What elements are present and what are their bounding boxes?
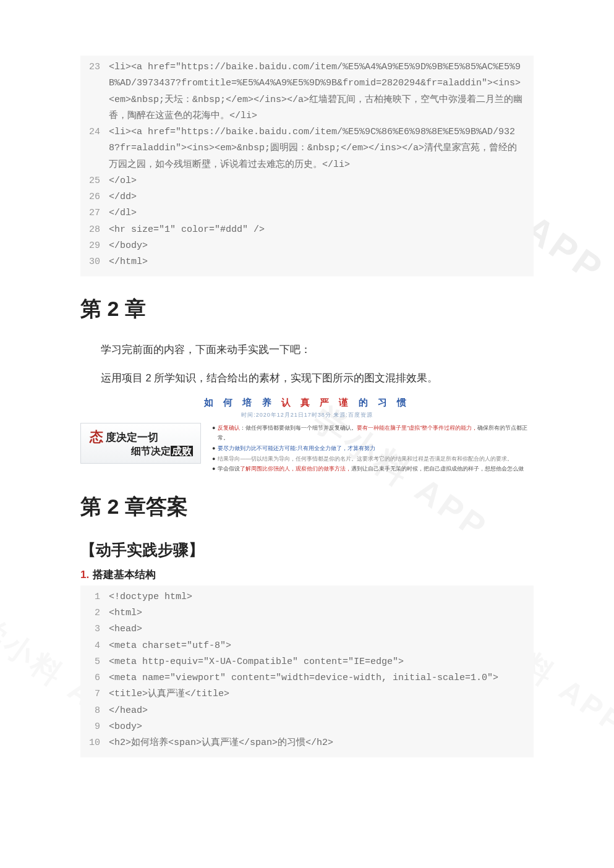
line-number: 7: [80, 686, 109, 702]
code-line: 3<head>: [80, 621, 534, 637]
code-text: <title>认真严谨</title>: [109, 686, 534, 702]
chapter-2-answer-title: 第 2 章答案: [80, 493, 534, 521]
code-line: 29</body>: [80, 238, 534, 254]
bullet-icon: ●: [212, 443, 215, 454]
section-steps-title: 【动手实践步骤】: [80, 540, 534, 560]
code-text: </html>: [109, 254, 534, 270]
mock-bullet: ●学会假设了解周围比你强的人，观察他们的做事方法，遇到让自己束手无策的时候，把自…: [212, 464, 534, 474]
mock-title: 如 何 培 养 认 真 严 谨 的 习 惯: [80, 397, 534, 409]
mock-bullet: ●反复确认：做任何事情都要做到每一个细节并反复确认。要有一种能在脑子里“虚拟”整…: [212, 423, 534, 443]
bullet-icon: ●: [212, 454, 215, 464]
line-number: 8: [80, 703, 109, 719]
line-number: 26: [80, 189, 109, 205]
code-text: <h2>如何培养<span>认真严谨</span>的习惯</h2>: [109, 735, 534, 751]
mock-title-c: 的 习 惯: [359, 397, 410, 407]
code-line: 26 </dd>: [80, 189, 534, 205]
code-block-top: 23 <li><a href="https://baike.baidu.com/…: [80, 56, 534, 276]
bullet-text: 要尽力做到力比不可能还方可能:只有用全全力做了，才算有努力: [218, 443, 375, 454]
line-number: 27: [80, 205, 109, 221]
code-line: 1<!doctype html>: [80, 589, 534, 605]
line-number: 28: [80, 222, 109, 238]
chapter-2-title: 第 2 章: [80, 295, 534, 323]
line-number: 25: [80, 173, 109, 189]
line-number: 30: [80, 254, 109, 270]
mock-title-a: 如 何 培 养: [204, 397, 275, 407]
code-text: </head>: [109, 703, 534, 719]
bullet-text: 反复确认：做任何事情都要做到每一个细节并反复确认。要有一种能在脑子里“虚拟”整个…: [218, 423, 534, 443]
bullet-text: 结果导向——切以结果为导向，任何事情都是你的名片。这要求考它的的结果和过程是否满…: [218, 454, 513, 464]
line-number: 9: [80, 719, 109, 735]
line-number: 6: [80, 670, 109, 686]
code-line: 28 <hr size="1" color="#ddd" />: [80, 222, 534, 238]
code-text: <li><a href="https://baike.baidu.com/ite…: [109, 124, 534, 173]
code-line: 6<meta name="viewport" content="width=de…: [80, 670, 534, 686]
code-line: 25 </ol>: [80, 173, 534, 189]
line-number: 23: [80, 59, 109, 124]
line-number: 1: [80, 589, 109, 605]
code-text: </ol>: [109, 173, 534, 189]
code-line: 30</html>: [80, 254, 534, 270]
code-line: 24 <li><a href="https://baike.baidu.com/…: [80, 124, 534, 173]
code-line: 10<h2>如何培养<span>认真严谨</span>的习惯</h2>: [80, 735, 534, 751]
mock-bullet-list: ●反复确认：做任何事情都要做到每一个细节并反复确认。要有一种能在脑子里“虚拟”整…: [212, 423, 534, 474]
line-number: 24: [80, 124, 109, 173]
code-line: 4<meta charset="utf-8">: [80, 638, 534, 654]
mock-bullet: ●结果导向——切以结果为导向，任何事情都是你的名片。这要求考它的的结果和过程是否…: [212, 454, 534, 464]
bullet-icon: ●: [212, 464, 215, 474]
attitude-icon: 态: [90, 428, 103, 446]
code-text: </dd>: [109, 189, 534, 205]
code-text: <head>: [109, 621, 534, 637]
mock-left-card: 态 度决定一切 细节决定成败: [80, 423, 201, 464]
mock-left-line2: 细节决定成败: [90, 445, 200, 458]
bullet-text: 学会假设了解周围比你强的人，观察他们的做事方法，遇到让自己束手无策的时候，把自己…: [218, 464, 524, 474]
code-line: 7<title>认真严谨</title>: [80, 686, 534, 702]
step-1-label: 搭建基本结构: [93, 569, 156, 581]
mock-subtitle: 时间:2020年12月21日17时38分 来源:百度资源: [80, 411, 534, 419]
line-number: 10: [80, 735, 109, 751]
code-text: </dl>: [109, 205, 534, 221]
code-text: <hr size="1" color="#ddd" />: [109, 222, 534, 238]
code-line: 9<body>: [80, 719, 534, 735]
mock-title-b: 认 真 严 谨: [281, 397, 352, 407]
code-line: 5<meta http-equiv="X-UA-Compatible" cont…: [80, 654, 534, 670]
step-1-number: 1.: [80, 569, 89, 581]
code-text: <meta name="viewport" content="width=dev…: [109, 670, 534, 686]
line-number: 2: [80, 605, 109, 621]
mock-figure: 如 何 培 养 认 真 严 谨 的 习 惯 时间:2020年12月21日17时3…: [80, 397, 534, 474]
code-text: <body>: [109, 719, 534, 735]
code-line: 27 </dl>: [80, 205, 534, 221]
code-text: <html>: [109, 605, 534, 621]
code-text: <!doctype html>: [109, 589, 534, 605]
code-line: 8</head>: [80, 703, 534, 719]
line-number: 5: [80, 654, 109, 670]
mock-bullet: ●要尽力做到力比不可能还方可能:只有用全全力做了，才算有努力: [212, 443, 534, 454]
line-number: 29: [80, 238, 109, 254]
code-text: <meta http-equiv="X-UA-Compatible" conte…: [109, 654, 534, 670]
step-1-heading: 1.搭建基本结构: [80, 568, 534, 582]
intro-line-1: 学习完前面的内容，下面来动手实践一下吧：: [80, 339, 534, 359]
code-block-bottom: 1<!doctype html>2<html>3<head>4<meta cha…: [80, 585, 534, 758]
code-line: 23 <li><a href="https://baike.baidu.com/…: [80, 59, 534, 124]
code-text: <li><a href="https://baike.baidu.com/ite…: [109, 59, 534, 124]
mock-left-line1: 态 度决定一切: [90, 428, 200, 446]
line-number: 3: [80, 621, 109, 637]
line-number: 4: [80, 638, 109, 654]
code-line: 2<html>: [80, 605, 534, 621]
intro-line-2: 运用项目 2 所学知识，结合给出的素材，实现下图所示的图文混排效果。: [80, 368, 534, 388]
code-text: </body>: [109, 238, 534, 254]
bullet-icon: ●: [212, 423, 215, 443]
code-text: <meta charset="utf-8">: [109, 638, 534, 654]
